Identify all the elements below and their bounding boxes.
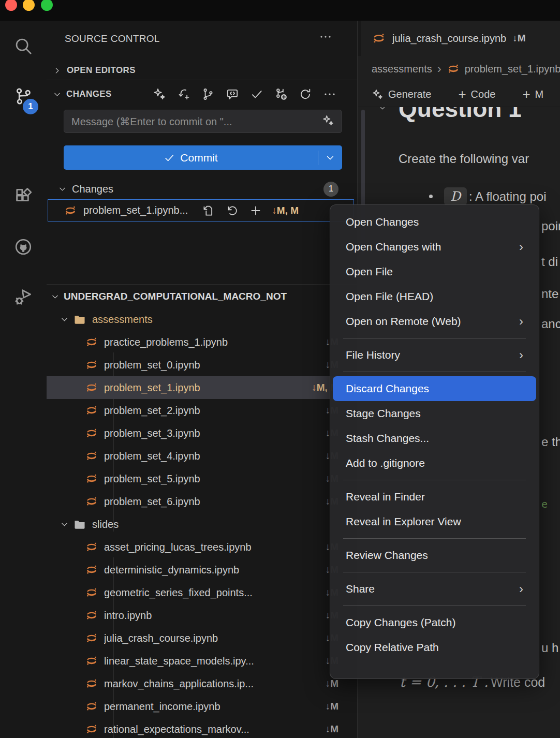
tree-file-problem_set_1-ipynb[interactable]: problem_set_1.ipynb↓M, M — [47, 376, 357, 399]
tree-root-repo[interactable]: UNDERGRAD_COMPUTATIONAL_MACRO_NOT — [47, 285, 357, 308]
tree-file-problem_set_0-ipynb[interactable]: problem_set_0.ipynb↓M — [47, 353, 357, 376]
pull-plus-icon[interactable] — [177, 87, 190, 101]
commit-check-icon[interactable] — [250, 87, 263, 101]
notebook-cell-toolbar: Generate + Code + M — [358, 82, 560, 107]
tree-item-label: linear_state_space_models.ipy... — [104, 655, 254, 667]
tree-item-label: geometric_series_fixed_points... — [104, 587, 253, 599]
refresh-icon[interactable] — [299, 87, 312, 101]
activity-bar-item-source-control[interactable]: 1 — [0, 71, 47, 121]
tree-file-problem_set_4-ipynb[interactable]: problem_set_4.ipynb↓M — [47, 445, 357, 467]
tree-file-rational_expectations_markov-[interactable]: rational_expectations_markov...↓M — [47, 718, 357, 738]
activity-bar-item-test-beaker[interactable] — [0, 121, 47, 171]
markdown-text-fragment: nte — [541, 287, 558, 301]
jupyter-icon — [85, 335, 98, 349]
branch-plus-icon[interactable] — [274, 87, 288, 101]
menu-item-file-history[interactable]: File History› — [333, 343, 536, 367]
menu-item-open-changes[interactable]: Open Changes — [333, 210, 536, 234]
menu-item-review-changes[interactable]: Review Changes — [333, 543, 536, 568]
changes-group-row[interactable]: Changes 1 — [47, 179, 357, 199]
changes-group-label: Changes — [72, 183, 113, 195]
git-graph-icon[interactable] — [201, 87, 215, 101]
changed-file-actions — [201, 204, 262, 217]
add-markdown-button[interactable]: M — [535, 88, 544, 100]
bullet-text: : A floating poi — [469, 189, 546, 204]
generate-button[interactable]: Generate — [388, 88, 431, 100]
open-file-icon[interactable] — [201, 204, 215, 217]
menu-item-open-file-head[interactable]: Open File (HEAD) — [333, 284, 536, 309]
jupyter-icon — [85, 381, 98, 394]
tree-item-label: problem_set_1.ipynb — [104, 382, 200, 394]
menu-item-stash-changes[interactable]: Stash Changes... — [333, 426, 536, 451]
traffic-light-close[interactable] — [5, 0, 17, 11]
jupyter-icon — [85, 722, 98, 736]
commit-message-placeholder: Message (⌘Enter to commit on "... — [71, 115, 322, 128]
more-icon[interactable] — [323, 87, 336, 101]
menu-item-reveal-in-finder[interactable]: Reveal in Finder — [333, 484, 536, 509]
tree-file-asset_pricing_lucas_trees-ipynb[interactable]: asset_pricing_lucas_trees.ipynb↓M — [47, 536, 357, 558]
comment-code-icon[interactable] — [226, 87, 239, 101]
changes-header-actions — [153, 87, 336, 101]
menu-item-copy-changes-patch[interactable]: Copy Changes (Patch) — [333, 610, 536, 635]
menu-item-share[interactable]: Share› — [333, 577, 536, 601]
add-code-button[interactable]: Code — [471, 88, 496, 100]
folder-icon — [73, 313, 86, 326]
tree-file-problem_set_3-ipynb[interactable]: problem_set_3.ipynb↓M — [47, 422, 357, 445]
markdown-text-fragment: anc — [541, 317, 560, 331]
tree-file-problem_set_2-ipynb[interactable]: problem_set_2.ipynb↓M — [47, 399, 357, 422]
commit-dropdown-button[interactable] — [318, 145, 342, 170]
plus-icon: + — [458, 86, 466, 102]
activity-bar-item-remote-explorer[interactable] — [0, 322, 47, 372]
jupyter-icon — [85, 654, 98, 668]
chevron-down-icon — [53, 90, 62, 99]
menu-item-label: Open on Remote (Web) — [346, 315, 461, 328]
traffic-light-minimize[interactable] — [23, 0, 35, 11]
tree-folder-assessments[interactable]: assessments — [47, 308, 357, 331]
tree-file-geometric_series_fixed_points-[interactable]: geometric_series_fixed_points...↓M — [47, 581, 357, 604]
chevron-down-icon — [60, 520, 69, 529]
tree-item-label: slides — [92, 519, 119, 530]
chevron-down-icon — [58, 185, 67, 194]
tree-file-linear_state_space_models-ipy-[interactable]: linear_state_space_models.ipy...↓M — [47, 650, 357, 672]
sidebar-title: SOURCE CONTROL — [65, 33, 160, 45]
commit-button[interactable]: Commit — [64, 145, 342, 170]
menu-item-discard-changes[interactable]: Discard Changes — [333, 376, 536, 401]
menu-item-label: Open Changes — [346, 216, 419, 228]
menu-item-open-on-remote-web[interactable]: Open on Remote (Web)› — [333, 309, 536, 334]
traffic-light-zoom[interactable] — [41, 0, 53, 11]
tree-item-label: intro.ipynb — [104, 610, 152, 622]
activity-bar-item-github[interactable] — [0, 222, 47, 272]
tree-file-intro-ipynb[interactable]: intro.ipynb↓M — [47, 604, 357, 627]
menu-separator — [343, 480, 526, 480]
tree-item-label: practice_problems_1.ipynb — [104, 336, 228, 348]
tree-folder-slides[interactable]: slides — [47, 513, 357, 536]
activity-bar-item-run-debug[interactable] — [0, 272, 47, 322]
open-editors-section[interactable]: OPEN EDITORS — [47, 61, 357, 80]
commit-message-input[interactable]: Message (⌘Enter to commit on "... — [64, 110, 342, 133]
tree-file-problem_set_6-ipynb[interactable]: problem_set_6.ipynb↓M — [47, 490, 357, 513]
discard-icon[interactable] — [225, 204, 239, 217]
menu-item-open-file[interactable]: Open File — [333, 259, 536, 284]
menu-item-open-changes-with[interactable]: Open Changes with› — [333, 234, 536, 259]
jupyter-icon — [85, 404, 98, 417]
tree-file-deterministic_dynamics-ipynb[interactable]: deterministic_dynamics.ipynb↓M — [47, 558, 357, 581]
menu-item-stage-changes[interactable]: Stage Changes — [333, 401, 536, 426]
changes-section-header[interactable]: CHANGES — [47, 81, 357, 108]
menu-item-reveal-in-explorer-view[interactable]: Reveal in Explorer View — [333, 509, 536, 534]
more-icon[interactable] — [319, 30, 332, 46]
menu-item-add-to-gitignore[interactable]: Add to .gitignore — [333, 451, 536, 476]
activity-bar-item-extensions[interactable] — [0, 171, 47, 222]
code-text-fragment: e — [541, 498, 548, 510]
tree-file-permanent_income-ipynb[interactable]: permanent_income.ipynb↓M — [47, 695, 357, 718]
menu-item-copy-relative-path[interactable]: Copy Relative Path — [333, 635, 536, 660]
tree-file-practice_problems_1-ipynb[interactable]: practice_problems_1.ipynb↓M — [47, 331, 357, 353]
tree-file-problem_set_5-ipynb[interactable]: problem_set_5.ipynb↓M — [47, 467, 357, 490]
tree-file-julia_crash_course-ipynb[interactable]: julia_crash_course.ipynb↓M — [47, 627, 357, 650]
activity-bar-item-search[interactable] — [0, 21, 47, 71]
stage-plus-icon[interactable] — [249, 204, 262, 217]
sparkle-icon[interactable] — [153, 87, 166, 101]
tree-item-label: problem_set_5.ipynb — [104, 473, 200, 485]
menu-item-label: Reveal in Explorer View — [346, 515, 461, 528]
tree-file-markov_chains_applications-ip-[interactable]: markov_chains_applications.ip...↓M — [47, 672, 357, 695]
changed-file-row[interactable]: problem_set_1.ipynb... ↓M, M — [48, 199, 354, 222]
sparkle-icon[interactable] — [322, 114, 334, 129]
